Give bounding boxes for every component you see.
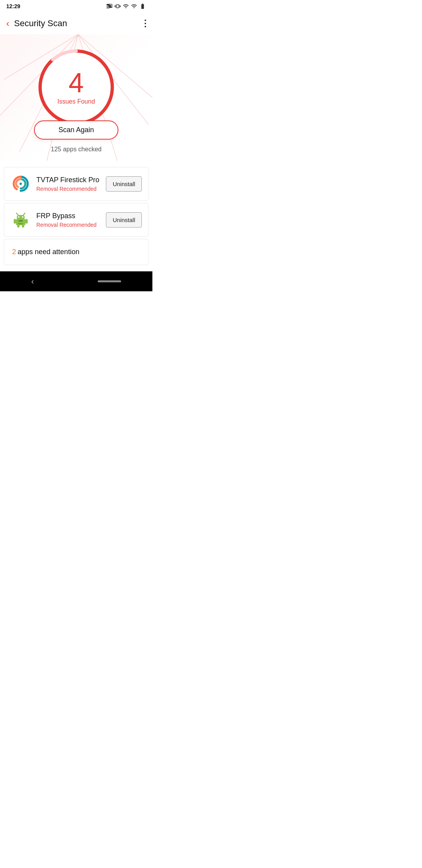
page-title: Security Scan — [14, 18, 67, 29]
svg-point-11 — [20, 183, 22, 185]
more-dot-3 — [145, 26, 146, 27]
more-menu-button[interactable] — [145, 20, 146, 27]
issue-gauge: 4 Issues Found — [35, 46, 117, 128]
tvtap-app-name: TVTAP Firestick Pro — [36, 176, 106, 184]
tvtap-icon-wrapper — [11, 174, 31, 194]
nav-left: ‹ Security Scan — [6, 18, 67, 29]
svg-point-17 — [18, 216, 20, 218]
frp-app-status: Removal Recommended — [36, 222, 106, 228]
attention-count: 2 — [12, 248, 16, 256]
svg-rect-20 — [25, 219, 28, 224]
apps-checked-text: 125 apps checked — [51, 146, 102, 153]
svg-rect-19 — [14, 219, 16, 224]
more-dot-1 — [145, 20, 146, 21]
tvtap-app-info: TVTAP Firestick Pro Removal Recommended — [36, 176, 106, 192]
app-list: TVTAP Firestick Pro Removal Recommended … — [0, 161, 152, 271]
hero-section: 4 Issues Found Scan Again 125 apps check… — [0, 34, 152, 161]
svg-rect-14 — [17, 215, 25, 220]
svg-text:FRP: FRP — [19, 220, 23, 222]
bottom-home-indicator[interactable] — [98, 280, 121, 282]
gauge-circle: 4 Issues Found — [35, 46, 117, 128]
tvtap-app-icon — [11, 174, 31, 194]
bottom-back-button[interactable]: ‹ — [31, 277, 34, 286]
signal-icon — [131, 3, 137, 9]
cast-icon — [106, 3, 113, 9]
svg-text:bypass: bypass — [18, 222, 23, 224]
svg-point-18 — [22, 216, 23, 218]
status-bar: 12:29 — [0, 0, 152, 13]
frp-app-name: FRP Bypass — [36, 212, 106, 220]
frp-app-info: FRP Bypass Removal Recommended — [36, 212, 106, 228]
attention-text: apps need attention — [18, 248, 79, 256]
issue-count: 4 — [57, 69, 95, 97]
gauge-inner: 4 Issues Found — [57, 69, 95, 105]
bottom-navigation-bar: ‹ — [0, 271, 152, 291]
list-item: FRP bypass FRP Bypass Removal Recommende… — [4, 203, 148, 237]
tvtap-uninstall-button[interactable]: Uninstall — [106, 176, 142, 192]
attention-card: 2 apps need attention — [4, 239, 148, 265]
scan-again-button[interactable]: Scan Again — [34, 120, 118, 140]
wifi-icon — [123, 3, 129, 9]
svg-rect-22 — [22, 225, 24, 228]
status-icons — [106, 3, 146, 9]
nav-bar: ‹ Security Scan — [0, 13, 152, 34]
list-item: TVTAP Firestick Pro Removal Recommended … — [4, 167, 148, 201]
battery-icon — [139, 3, 146, 9]
vibrate-icon — [114, 3, 121, 9]
issue-label: Issues Found — [57, 98, 95, 105]
frp-app-icon: FRP bypass — [11, 210, 31, 230]
tvtap-app-status: Removal Recommended — [36, 186, 106, 192]
more-dot-2 — [145, 23, 146, 24]
frp-uninstall-button[interactable]: Uninstall — [106, 212, 142, 228]
svg-rect-21 — [17, 225, 20, 228]
status-time: 12:29 — [6, 3, 20, 9]
back-button[interactable]: ‹ — [6, 18, 9, 29]
frp-icon-wrapper: FRP bypass — [11, 210, 31, 230]
